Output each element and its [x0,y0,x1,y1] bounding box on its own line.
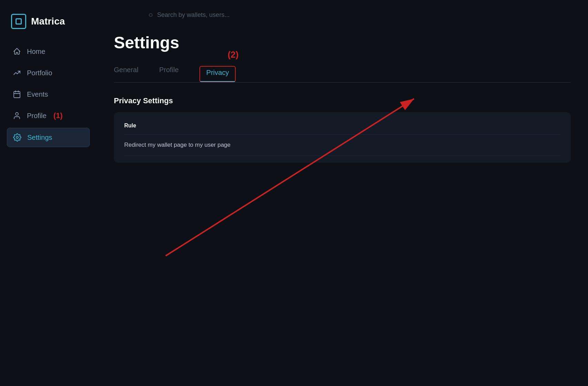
table-row: Redirect my wallet page to my user page [124,135,560,156]
logo-icon [11,14,26,29]
sidebar-item-profile[interactable]: Profile (1) [7,106,90,125]
annotation-2: (2) [228,49,239,60]
page-title: Settings [114,33,571,52]
profile-label: Profile [27,112,47,120]
home-icon [12,47,21,56]
privacy-settings-section: Privacy Settings Rule Redirect my wallet… [114,96,571,376]
app-title: Matrica [31,16,65,27]
content-area: General Profile (2) Privacy Privacy Sett… [114,66,571,376]
tabs-container: General Profile (2) Privacy [114,66,571,83]
sidebar-item-portfolio[interactable]: Portfolio [7,64,90,82]
rule-header: Rule [124,123,560,129]
annotation-1: (1) [53,111,63,120]
sidebar-item-settings[interactable]: Settings [7,128,90,147]
settings-table: Rule Redirect my wallet page to my user … [114,112,571,163]
logo-area: Matrica [7,10,90,39]
profile-icon [12,111,21,120]
section-title: Privacy Settings [114,96,571,105]
svg-point-4 [16,113,18,115]
search-area[interactable]: ○ Search by wallets, users... [148,10,229,19]
main-content: ○ Search by wallets, users... Settings G… [97,0,588,386]
sidebar: Matrica Home Portfolio [0,0,97,386]
search-placeholder: Search by wallets, users... [157,11,229,19]
settings-icon [13,133,22,142]
sidebar-item-events[interactable]: Events [7,85,90,104]
tab-general[interactable]: General [114,66,138,82]
events-icon [12,90,21,99]
header: ○ Search by wallets, users... [114,10,571,26]
portfolio-icon [12,68,21,77]
logo-inner-icon [16,18,22,25]
portfolio-label: Portfolio [27,69,52,77]
tab-profile[interactable]: Profile [159,66,179,82]
svg-rect-0 [14,91,20,98]
events-label: Events [27,90,48,98]
sidebar-item-home[interactable]: Home [7,42,90,61]
tab-privacy[interactable]: (2) Privacy [199,66,236,82]
home-label: Home [27,48,45,56]
svg-point-5 [16,136,18,138]
search-icon: ○ [148,10,153,19]
rule-cell: Redirect my wallet page to my user page [124,142,560,148]
table-header: Rule [124,119,560,135]
settings-label: Settings [27,134,52,142]
